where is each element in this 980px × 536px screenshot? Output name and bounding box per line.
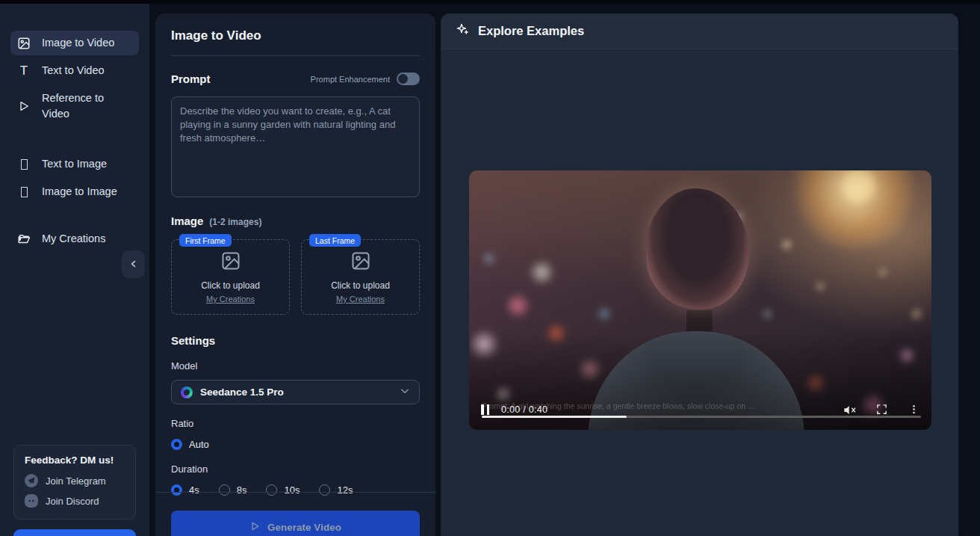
ratio-label: Ratio [171, 418, 420, 429]
last-frame-badge: Last Frame [309, 234, 361, 247]
missing-glyph-icon [16, 185, 31, 200]
missing-glyph-icon [16, 157, 31, 172]
join-discord-link[interactable]: Join Discord [25, 494, 125, 508]
image-placeholder-icon [220, 250, 241, 274]
join-discord-label: Join Discord [46, 496, 99, 507]
sparkles-icon [456, 22, 470, 40]
examples-body: Prompt: A girl watching the sunrise, a g… [441, 49, 958, 535]
video-frame: Prompt: A girl watching the sunrise, a g… [469, 170, 931, 430]
ratio-auto-label: Auto [189, 439, 209, 450]
sidebar-item-image-to-video[interactable]: Image to Video [10, 31, 139, 55]
duration-8s-label: 8s [237, 484, 247, 496]
join-telegram-link[interactable]: Join Telegram [25, 474, 125, 487]
sidebar-item-label: Reference to Video [42, 90, 114, 122]
model-value: Seedance 1.5 Pro [200, 386, 392, 398]
duration-option-4s[interactable]: 4s [171, 484, 199, 496]
toggle-knob [398, 74, 408, 84]
example-video-player[interactable]: Prompt: A girl watching the sunrise, a g… [469, 170, 931, 430]
image-placeholder-icon [350, 250, 371, 274]
sidebar-item-label: Image to Image [42, 184, 117, 200]
join-telegram-label: Join Telegram [46, 475, 106, 487]
feedback-title: Feedback? DM us! [25, 455, 125, 466]
prompt-enhancement-label: Prompt Enhancement [311, 75, 390, 84]
sidebar-item-label: Image to Video [42, 35, 114, 51]
sidebar-item-label: Text to Image [42, 156, 107, 172]
panel-title: Image to Video [171, 28, 420, 43]
sidebar-item-text-to-video[interactable]: T Text to Video [10, 58, 139, 83]
generate-video-button[interactable]: Generate Video [171, 511, 420, 536]
seedance-logo-icon [181, 386, 193, 398]
pause-button[interactable] [481, 404, 489, 415]
explore-examples-panel: Explore Examples Prompt: A girl watching… [441, 13, 958, 536]
image-icon [16, 36, 31, 51]
buffered-segment [482, 416, 627, 418]
model-select[interactable]: Seedance 1.5 Pro [171, 380, 420, 404]
upgrade-button[interactable]: Upgrade Now [13, 529, 136, 536]
sidebar-item-reference-to-video[interactable]: Reference to Video [10, 86, 139, 126]
duration-label: Duration [171, 463, 420, 475]
play-icon [249, 521, 260, 534]
radio-auto[interactable] [171, 439, 182, 450]
radio-4s[interactable] [171, 484, 182, 496]
first-frame-badge: First Frame [179, 234, 232, 247]
video-vignette [469, 170, 931, 430]
sidebar-item-label: Text to Video [42, 63, 105, 78]
sidebar-collapse-button[interactable] [122, 250, 145, 278]
sidebar: Image to Video T Text to Video Reference… [0, 4, 149, 536]
chevron-left-icon [129, 258, 138, 271]
sidebar-nav: Image to Video T Text to Video Reference… [0, 4, 149, 251]
prompt-heading: Prompt [171, 73, 211, 85]
sidebar-item-my-creations[interactable]: My Creations [10, 227, 139, 251]
video-controls: 0:00 / 0:40 [469, 397, 931, 430]
sidebar-item-label: My Creations [42, 231, 105, 247]
divider [155, 492, 435, 493]
my-creations-link[interactable]: My Creations [336, 295, 385, 304]
video-time: 0:00 / 0:40 [501, 404, 548, 415]
prompt-enhancement-toggle[interactable] [397, 73, 420, 85]
duration-option-12s[interactable]: 12s [319, 484, 353, 496]
last-frame-upload[interactable]: Last Frame Click to upload My Creations [301, 239, 420, 315]
duration-option-8s[interactable]: 8s [219, 484, 247, 496]
feedback-box: Feedback? DM us! Join Telegram Join Disc… [13, 445, 136, 520]
radio-8s[interactable] [219, 484, 230, 496]
model-label: Model [171, 360, 420, 372]
settings-heading: Settings [171, 334, 420, 347]
radio-10s[interactable] [266, 484, 277, 496]
examples-header: Explore Examples [441, 13, 958, 49]
sidebar-item-image-to-image[interactable]: Image to Image [10, 179, 139, 204]
video-progress-bar[interactable] [482, 416, 921, 418]
my-creations-link[interactable]: My Creations [206, 295, 255, 304]
play-outline-icon [16, 99, 31, 114]
prompt-input[interactable] [171, 96, 420, 197]
image-count-note: (1-2 images) [209, 217, 261, 227]
duration-option-10s[interactable]: 10s [266, 484, 300, 496]
divider [171, 55, 420, 56]
generate-label: Generate Video [267, 522, 341, 533]
image-heading: Image [171, 215, 203, 227]
examples-title: Explore Examples [478, 24, 584, 38]
upload-cta: Click to upload [331, 280, 390, 291]
duration-12s-label: 12s [337, 484, 353, 496]
first-frame-upload[interactable]: First Frame Click to upload My Creations [171, 239, 290, 315]
chevron-down-icon [400, 386, 410, 399]
telegram-icon [25, 474, 38, 487]
duration-10s-label: 10s [284, 484, 300, 496]
upload-cta: Click to upload [201, 280, 260, 291]
ratio-option-auto[interactable]: Auto [171, 439, 420, 450]
folder-open-icon [16, 232, 31, 247]
radio-12s[interactable] [319, 484, 330, 496]
image-to-video-panel: Image to Video Prompt Prompt Enhancement… [155, 13, 435, 536]
discord-icon [25, 494, 38, 508]
sidebar-item-text-to-image[interactable]: Text to Image [10, 152, 139, 176]
text-t-icon: T [16, 64, 31, 78]
duration-4s-label: 4s [189, 484, 199, 496]
